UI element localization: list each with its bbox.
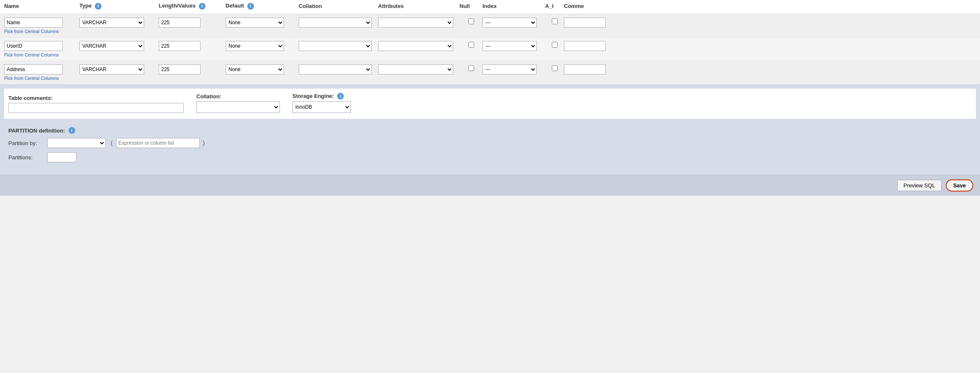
row-1-name-input[interactable] [4, 41, 63, 51]
partition-by-row: Partition by: HASHKEYLISTRANGE ( ) [8, 138, 439, 148]
header-name: Name [4, 3, 79, 9]
row-2-length-input[interactable] [159, 64, 201, 74]
partition-by-label: Partition by: [8, 140, 44, 146]
row-1-null-checkbox[interactable] [468, 42, 474, 48]
header-comments: Comme [564, 3, 614, 9]
row-0-length-input[interactable] [159, 18, 201, 28]
header-default: Default i [226, 3, 299, 10]
row-1-name-group: Pick from Central Columns [4, 41, 79, 60]
row-1-default-select[interactable]: None As defined:NULLCURRENT_TIMESTAMP [226, 41, 284, 51]
row-1-attributes-cell [378, 41, 460, 51]
header-type: Type i [79, 3, 159, 10]
row-1-pick-central-columns[interactable]: Pick from Central Columns [4, 52, 79, 57]
row-2-attributes-cell [378, 64, 460, 74]
row-0-attributes-cell [378, 18, 460, 28]
header-index: Index [482, 3, 545, 9]
row-1-type-cell: VARCHAR INTTEXTDATEDATETIME FLOATDECIMAL… [79, 41, 159, 51]
row-2-attributes-select[interactable] [378, 64, 453, 74]
row-0-type-select[interactable]: VARCHAR INTTEXTDATEDATETIME FLOATDECIMAL… [79, 18, 144, 28]
row-2-ai-checkbox[interactable] [552, 65, 558, 71]
header-ai: A_I [545, 3, 564, 9]
row-1-comment-cell [564, 41, 614, 51]
row-0-comment-cell [564, 18, 614, 28]
column-headers: Name Type i Length/Values i Default i Co… [0, 0, 980, 14]
storage-engine-label: Storage Engine: i [292, 93, 351, 100]
row-2-default-cell: None As defined:NULLCURRENT_TIMESTAMP [226, 64, 299, 74]
row-2-index-cell: --- PRIMARYUNIQUEINDEXFULLTEXT [482, 64, 545, 74]
partition-expression-input[interactable] [116, 138, 200, 148]
preview-sql-button[interactable]: Preview SQL [897, 180, 942, 191]
table-comments-label: Table comments: [8, 95, 184, 101]
row-1-default-cell: None As defined:NULLCURRENT_TIMESTAMP [226, 41, 299, 51]
row-2-pick-central-columns[interactable]: Pick from Central Columns [4, 76, 79, 81]
default-info-icon[interactable]: i [247, 3, 254, 10]
row-2-collation-select[interactable] [299, 64, 372, 74]
table-row: Pick from Central Columns VARCHAR INTTEX… [0, 38, 980, 61]
header-collation: Collation [299, 3, 378, 9]
row-2-null-checkbox[interactable] [468, 65, 474, 71]
row-0-type-cell: VARCHAR INTTEXTDATEDATETIME FLOATDECIMAL… [79, 18, 159, 28]
row-0-collation-select[interactable] [299, 18, 372, 28]
open-paren: ( [109, 140, 113, 146]
storage-engine-select[interactable]: InnoDB MyISAMMEMORYCSVARCHIVE [292, 101, 351, 113]
row-1-ai-cell [545, 41, 564, 48]
partition-info-icon[interactable]: i [69, 127, 75, 134]
table-comments-input[interactable] [8, 103, 184, 113]
row-0-collation-cell [299, 18, 378, 28]
header-length: Length/Values i [159, 3, 226, 10]
table-meta-box: Table comments: Collation: Storage Engin… [4, 89, 976, 119]
storage-engine-info-icon[interactable]: i [337, 93, 344, 100]
row-1-type-select[interactable]: VARCHAR INTTEXTDATEDATETIME FLOATDECIMAL… [79, 41, 144, 51]
row-0-comment-input[interactable] [564, 18, 606, 28]
collation-group: Collation: [196, 93, 280, 113]
collation-label: Collation: [196, 93, 280, 100]
row-2-comment-cell [564, 64, 614, 74]
row-2-name-group: Pick from Central Columns [4, 64, 79, 83]
row-1-comment-input[interactable] [564, 41, 606, 51]
partitions-label: Partitions: [8, 154, 44, 161]
row-2-null-cell [460, 64, 482, 71]
partitions-row: Partitions: [8, 152, 439, 162]
partition-by-select[interactable]: HASHKEYLISTRANGE [47, 138, 106, 148]
partition-section: PARTITION definition: i Partition by: HA… [4, 123, 443, 171]
row-1-index-cell: --- PRIMARYUNIQUEINDEXFULLTEXT [482, 41, 545, 51]
partitions-input[interactable] [47, 152, 76, 162]
row-0-pick-central-columns[interactable]: Pick from Central Columns [4, 29, 79, 34]
row-2-type-select[interactable]: VARCHAR INTTEXTDATEDATETIME FLOATDECIMAL… [79, 64, 144, 74]
row-1-index-select[interactable]: --- PRIMARYUNIQUEINDEXFULLTEXT [482, 41, 537, 51]
row-0-ai-cell [545, 18, 564, 24]
row-1-attributes-select[interactable] [378, 41, 453, 51]
row-2-length-cell [159, 64, 226, 74]
row-0-default-select[interactable]: None As defined:NULLCURRENT_TIMESTAMP [226, 18, 284, 28]
row-0-default-cell: None As defined:NULLCURRENT_TIMESTAMP [226, 18, 299, 28]
row-2-default-select[interactable]: None As defined:NULLCURRENT_TIMESTAMP [226, 64, 284, 74]
save-button[interactable]: Save [946, 179, 973, 192]
row-1-collation-cell [299, 41, 378, 51]
partition-title: PARTITION definition: i [8, 127, 439, 134]
row-2-comment-input[interactable] [564, 64, 606, 74]
partition-inner: PARTITION definition: i Partition by: HA… [8, 127, 439, 162]
row-1-collation-select[interactable] [299, 41, 372, 51]
type-info-icon[interactable]: i [95, 3, 102, 10]
row-0-index-cell: --- PRIMARYUNIQUEINDEXFULLTEXT [482, 18, 545, 28]
row-2-index-select[interactable]: --- PRIMARYUNIQUEINDEXFULLTEXT [482, 64, 537, 74]
row-0-length-cell [159, 18, 226, 28]
row-1-length-input[interactable] [159, 41, 201, 51]
footer-bar: Preview SQL Save [0, 175, 980, 196]
row-0-attributes-select[interactable] [378, 18, 453, 28]
row-2-ai-cell [545, 64, 564, 71]
row-0-null-checkbox[interactable] [468, 18, 474, 24]
row-0-name-group: Pick from Central Columns [4, 18, 79, 36]
row-2-type-cell: VARCHAR INTTEXTDATEDATETIME FLOATDECIMAL… [79, 64, 159, 74]
row-0-ai-checkbox[interactable] [552, 18, 558, 24]
row-1-ai-checkbox[interactable] [552, 42, 558, 48]
collation-meta-select[interactable] [196, 101, 280, 113]
close-paren: ) [203, 140, 205, 146]
row-2-name-input[interactable] [4, 64, 63, 74]
length-info-icon[interactable]: i [199, 3, 206, 10]
row-0-name-input[interactable] [4, 18, 63, 28]
header-null: Null [460, 3, 482, 9]
table-row: Pick from Central Columns VARCHAR INTTEX… [0, 61, 980, 84]
row-0-index-select[interactable]: --- PRIMARYUNIQUEINDEXFULLTEXT [482, 18, 537, 28]
row-1-null-cell [460, 41, 482, 48]
